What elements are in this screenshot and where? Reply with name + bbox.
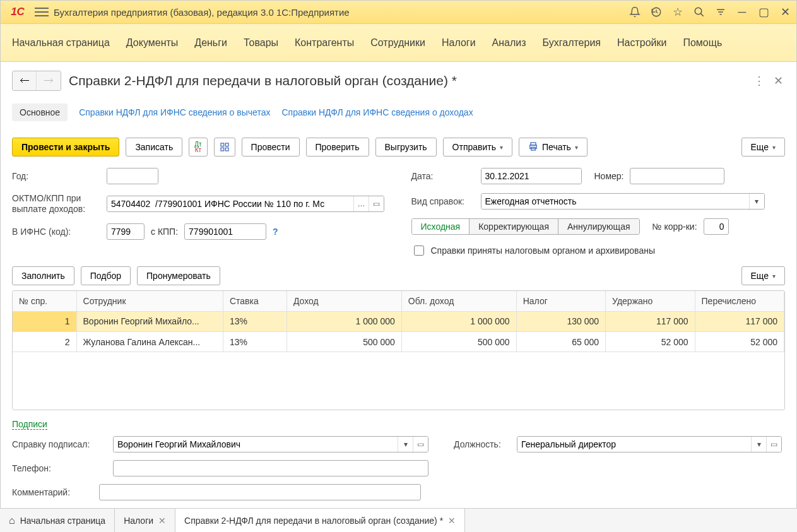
col-taxable[interactable]: Обл. доход (401, 291, 516, 311)
print-button[interactable]: Печать▾ (519, 138, 587, 157)
date-label: Дата: (411, 171, 475, 181)
open-icon[interactable]: ▭ (413, 437, 428, 452)
toggle-cancelling[interactable]: Аннулирующая (558, 219, 639, 234)
col-withheld[interactable]: Удержано (606, 291, 695, 311)
send-button[interactable]: Отправить▾ (443, 138, 512, 157)
kpp-label: с КПП: (151, 227, 178, 237)
svg-rect-6 (225, 143, 228, 146)
nav-back-button[interactable]: 🡐 (13, 71, 37, 90)
type-select[interactable] (481, 194, 749, 209)
cell-num: 1 (13, 312, 76, 332)
menu-documents[interactable]: Документы (126, 37, 178, 49)
kpp-input[interactable] (184, 223, 266, 240)
number-input[interactable] (630, 168, 724, 184)
renumber-button[interactable]: Пронумеровать (137, 266, 220, 285)
comment-input[interactable] (99, 484, 421, 500)
col-employee[interactable]: Сотрудник (76, 291, 223, 311)
year-input[interactable] (107, 168, 158, 184)
bottom-tab-taxes[interactable]: Налоги ✕ (115, 509, 175, 532)
col-transferred[interactable]: Перечислено (695, 291, 784, 311)
signed-by-input[interactable] (114, 437, 398, 452)
report-type-toggle: Исходная Корректирующая Аннулирующая (411, 218, 640, 235)
printer-icon (528, 141, 538, 153)
position-input[interactable] (517, 437, 751, 452)
oktmo-input[interactable] (107, 196, 353, 211)
bell-icon[interactable] (629, 6, 641, 18)
filter-icon[interactable] (714, 6, 727, 18)
menu-help[interactable]: Помощь (683, 37, 722, 49)
chevron-down-icon: ▾ (500, 144, 503, 151)
kebab-menu-icon[interactable]: ⋮ (752, 74, 766, 88)
table-row[interactable]: 2 Жуланова Галина Алексан... 13% 500 000… (13, 332, 784, 352)
menu-taxes[interactable]: Налоги (442, 37, 476, 49)
svg-point-0 (695, 8, 702, 15)
menu-home[interactable]: Начальная страница (12, 37, 110, 49)
check-button[interactable]: Проверить (306, 138, 369, 157)
signatures-link[interactable]: Подписи (12, 419, 47, 430)
help-icon[interactable]: ? (273, 227, 278, 237)
dtkt-button[interactable]: ДтКт (189, 138, 207, 157)
cell-rate: 13% (223, 332, 286, 352)
chevron-down-icon[interactable]: ▾ (749, 194, 764, 209)
close-icon[interactable]: ✕ (158, 516, 166, 526)
col-rate[interactable]: Ставка (223, 291, 286, 311)
ellipsis-icon[interactable]: … (353, 196, 369, 211)
position-label: Должность: (454, 439, 511, 449)
chevron-down-icon: ▾ (772, 273, 776, 280)
table-row[interactable]: 1 Воронин Георгий Михайло... 13% 1 000 0… (13, 312, 784, 332)
open-icon[interactable]: ▭ (766, 437, 781, 452)
menu-contractors[interactable]: Контрагенты (295, 37, 354, 49)
toggle-original[interactable]: Исходная (412, 219, 470, 234)
pick-button[interactable]: Подбор (81, 266, 131, 285)
corr-input[interactable] (704, 218, 729, 235)
bottom-tab-document[interactable]: Справки 2-НДФЛ для передачи в налоговый … (175, 509, 465, 532)
menu-goods[interactable]: Товары (244, 37, 278, 49)
post-and-close-button[interactable]: Провести и закрыть (12, 138, 119, 157)
cell-transferred: 52 000 (695, 332, 784, 352)
fill-button[interactable]: Заполнить (12, 266, 74, 285)
phone-input[interactable] (113, 460, 428, 476)
export-button[interactable]: Выгрузить (375, 138, 437, 157)
col-tax[interactable]: Налог (516, 291, 605, 311)
col-num[interactable]: № спр. (13, 291, 76, 311)
menu-money[interactable]: Деньги (194, 37, 227, 49)
close-form-icon[interactable]: ✕ (771, 74, 785, 88)
close-window-icon[interactable]: ✕ (779, 6, 791, 18)
star-icon[interactable]: ☆ (671, 6, 684, 18)
menu-settings[interactable]: Настройки (617, 37, 666, 49)
nav-arrows: 🡐 🡒 (12, 71, 61, 91)
hamburger-icon[interactable] (35, 5, 49, 19)
col-income[interactable]: Доход (286, 291, 401, 311)
svg-rect-7 (225, 148, 228, 151)
phone-label: Телефон: (12, 463, 107, 473)
tab-deductions-link[interactable]: Справки НДФЛ для ИФНС сведения о вычетах (79, 107, 270, 117)
archived-checkbox[interactable] (414, 245, 424, 256)
table-more-button[interactable]: Еще▾ (741, 266, 786, 285)
menu-accounting[interactable]: Бухгалтерия (543, 37, 601, 49)
toggle-correcting[interactable]: Корректирующая (469, 219, 558, 234)
menu-analysis[interactable]: Анализ (492, 37, 526, 49)
maximize-icon[interactable]: ▢ (757, 6, 770, 18)
chevron-down-icon[interactable]: ▾ (398, 437, 413, 452)
ifns-input[interactable] (107, 223, 145, 240)
date-input[interactable] (481, 168, 582, 184)
write-button[interactable]: Записать (126, 138, 182, 157)
structure-button[interactable] (214, 138, 235, 157)
mainmenu: Начальная страница Документы Деньги Това… (1, 24, 796, 62)
cell-rate: 13% (223, 312, 286, 332)
post-button[interactable]: Провести (242, 138, 300, 157)
minimize-icon[interactable]: ─ (736, 6, 748, 18)
bottom-tab-home[interactable]: ⌂ Начальная страница (0, 509, 115, 532)
tab-income-link[interactable]: Справки НДФЛ для ИФНС сведения о доходах (281, 107, 473, 117)
history-icon[interactable] (650, 6, 663, 18)
corr-label: № корр-ки: (652, 222, 697, 232)
open-icon[interactable]: ▭ (369, 196, 384, 211)
nav-forward-button: 🡒 (37, 71, 61, 90)
more-label: Еще (751, 142, 769, 152)
menu-employees[interactable]: Сотрудники (370, 37, 425, 49)
chevron-down-icon[interactable]: ▾ (751, 437, 766, 452)
search-icon[interactable] (693, 6, 705, 18)
tab-main[interactable]: Основное (12, 103, 68, 121)
close-icon[interactable]: ✕ (448, 516, 456, 526)
more-button[interactable]: Еще▾ (741, 138, 786, 157)
